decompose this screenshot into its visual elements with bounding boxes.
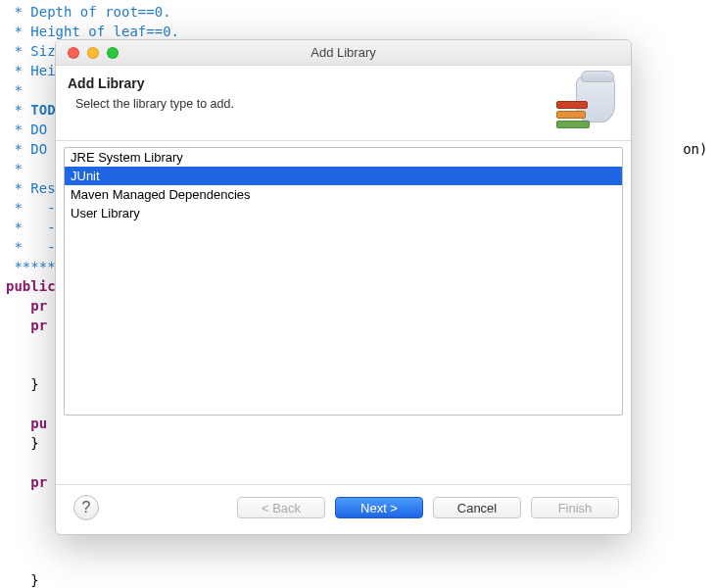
dialog-heading: Add Library [68, 75, 234, 91]
back-button: < Back [237, 497, 325, 518]
list-item[interactable]: Maven Managed Dependencies [65, 185, 622, 204]
library-jar-icon [556, 75, 619, 128]
list-item[interactable]: JRE System Library [65, 148, 622, 167]
zoom-icon[interactable] [107, 47, 119, 59]
window-title: Add Library [56, 45, 631, 60]
next-button[interactable]: Next > [335, 497, 423, 518]
close-icon[interactable] [68, 47, 79, 59]
dialog-header: Add Library Select the library type to a… [56, 66, 631, 141]
dialog-footer: ? < Back Next > Cancel Finish [56, 484, 631, 534]
cancel-button[interactable]: Cancel [433, 497, 521, 518]
list-item[interactable]: JUnit [65, 167, 622, 185]
minimize-icon[interactable] [87, 47, 99, 59]
titlebar[interactable]: Add Library [56, 40, 631, 66]
add-library-dialog: Add Library Add Library Select the libra… [55, 39, 632, 535]
window-controls [56, 47, 119, 59]
library-type-list[interactable]: JRE System Library JUnit Maven Managed D… [64, 147, 623, 416]
finish-button: Finish [531, 497, 619, 518]
list-item[interactable]: User Library [65, 204, 622, 222]
dialog-subheading: Select the library type to add. [68, 97, 234, 111]
help-button[interactable]: ? [73, 495, 99, 520]
